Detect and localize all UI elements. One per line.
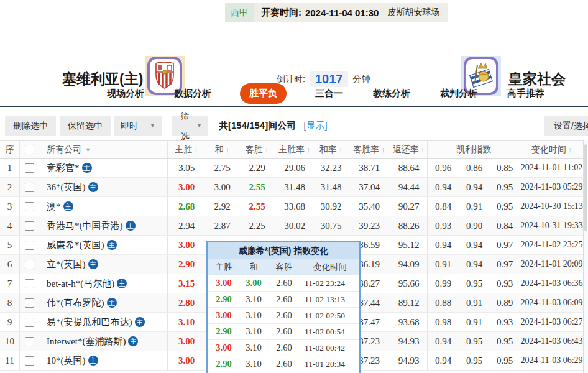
row-checkbox[interactable] (25, 241, 34, 250)
kelly-away: 0.95 (490, 351, 520, 370)
company-cell: 伟*(直布罗陀)主 (39, 293, 168, 312)
popup-away-odds: 2.60 (267, 359, 301, 369)
kelly-away: 0.85 (490, 159, 520, 177)
popup-row: 3.003.102.6011-02 02:50 (208, 307, 359, 323)
table-row: 1竞彩官*主3.052.752.2929.0632.2338.7188.640.… (0, 159, 583, 178)
kelly-away: 0.89 (490, 293, 520, 312)
company-cell: bet-at-h*(马尔他)主 (39, 274, 168, 293)
row-checkbox[interactable] (25, 202, 34, 211)
league-badge: 西甲 (225, 3, 254, 22)
header-away-rate[interactable]: 客胜率↑ (348, 144, 390, 155)
away-rate: 38.71 (348, 163, 390, 173)
header-change-time[interactable]: 变化时间↑ (520, 144, 583, 155)
company-name[interactable]: 威廉希*(英国) (47, 239, 104, 251)
kelly-draw: 0.91 (459, 201, 490, 212)
company-name[interactable]: 澳* (47, 201, 61, 213)
tab-coach-analysis[interactable]: 教练分析 (372, 83, 411, 104)
return-rate: 90.27 (390, 197, 428, 216)
tab-expert-picks[interactable]: 高手推荐 (506, 83, 546, 104)
header-company-label: 所有公司 (47, 144, 81, 155)
header-draw-rate[interactable]: 和率↑ (314, 144, 348, 155)
change-time: 2024-11-01 11:02 (520, 163, 583, 173)
row-checkbox[interactable] (25, 337, 34, 346)
company-name[interactable]: Interwet*(塞浦路斯) (47, 336, 126, 348)
delete-selected-button[interactable]: 删除选中 (5, 116, 56, 136)
tab-data-analysis[interactable]: 数据分析 (173, 83, 213, 104)
row-index: 3 (0, 197, 20, 216)
home-indicator-icon: 主 (82, 163, 92, 173)
filter-dropdown[interactable]: 筛选 ▼ (172, 116, 208, 136)
popup-home-odds: 2.90 (208, 294, 240, 305)
away-rate: 35.40 (348, 201, 390, 212)
company-cell: 澳*主 (39, 197, 168, 216)
select-all-checkbox[interactable] (25, 145, 34, 154)
kelly-home: 0.94 (428, 240, 459, 251)
home-odds: 3.10 (168, 317, 205, 328)
row-checkbox-cell (20, 159, 39, 177)
change-time: 2024-11-03 06:36 (520, 279, 583, 288)
away-rate: 39.23 (348, 221, 390, 231)
company-name[interactable]: 36*(英国) (47, 182, 86, 193)
row-checkbox[interactable] (25, 279, 34, 288)
header-return-rate[interactable]: 返还率↑ (390, 141, 428, 158)
row-checkbox[interactable] (25, 318, 34, 327)
change-time: 2024-11-03 06:27 (520, 317, 583, 327)
return-rate: 94.93 (390, 332, 428, 351)
header-away-odds[interactable]: 客胜↑ (239, 141, 275, 158)
company-name[interactable]: 立*(英国) (47, 259, 86, 270)
home-indicator-icon: 主 (117, 279, 127, 288)
kelly-away: 0.97 (490, 255, 520, 274)
company-name[interactable]: 竞彩官* (47, 162, 80, 174)
company-name[interactable]: bet-at-h*(马尔他) (47, 278, 114, 290)
row-checkbox[interactable] (25, 163, 34, 173)
kelly-away: 0.84 (490, 216, 520, 235)
draw-rate: 31.48 (314, 182, 348, 193)
keep-selected-button[interactable]: 保留选中 (60, 116, 111, 136)
row-checkbox[interactable] (25, 298, 34, 308)
company-name[interactable]: 伟*(直布罗陀) (47, 297, 104, 309)
show-link[interactable]: [显示] (303, 120, 327, 132)
settings-select-button[interactable]: 设置/选择 (544, 116, 588, 136)
kelly-away: 0.93 (490, 313, 520, 331)
row-checkbox-cell (20, 255, 39, 274)
scrollbar-thumb[interactable] (584, 144, 587, 231)
home-indicator-icon: 主 (107, 240, 117, 250)
vertical-scrollbar[interactable] (583, 140, 588, 373)
row-index: 11 (0, 351, 20, 370)
row-checkbox-cell (20, 313, 39, 331)
return-rate: 94.93 (390, 351, 428, 370)
popup-draw-odds: 3.10 (240, 359, 267, 369)
tab-three-in-one[interactable]: 三合一 (314, 83, 344, 104)
row-checkbox[interactable] (25, 221, 34, 231)
popup-away-odds: 2.60 (267, 326, 301, 337)
company-name[interactable]: 香港马*(中国香港) (47, 220, 123, 232)
row-checkbox[interactable] (25, 260, 34, 269)
row-checkbox[interactable] (25, 183, 34, 192)
row-index: 10 (0, 332, 20, 351)
header-company[interactable]: 所有公司 ▼ (39, 141, 168, 158)
header-home-rate[interactable]: 主胜率↑ (275, 144, 314, 155)
odds-time-select[interactable]: 即时 ▼ (114, 116, 162, 136)
analysis-tabbar: 现场分析 数据分析 胜平负 三合一 教练分析 裁判分析 高手推荐 (0, 81, 588, 107)
tab-win-draw-lose[interactable]: 胜平负 (240, 83, 287, 104)
chevron-down-icon: ▼ (150, 116, 155, 136)
tab-live-analysis[interactable]: 现场分析 (106, 83, 145, 104)
header-home-odds[interactable]: 主胜↑ (168, 144, 205, 155)
company-name[interactable]: 易*(安提瓜和巴布达) (47, 316, 132, 328)
match-header: 塞维利亚(主) 倒计时: 1017 分钟 (0, 25, 588, 80)
kelly-home: 0.99 (428, 279, 459, 289)
kelly-draw: 0.95 (459, 356, 490, 366)
row-checkbox[interactable] (25, 356, 34, 366)
draw-odds: 2.75 (205, 163, 239, 173)
away-rate: 37.04 (348, 182, 390, 193)
return-rate: 94.44 (390, 178, 428, 196)
home-indicator-icon: 主 (88, 356, 98, 366)
company-cell: 36*(英国)主 (39, 178, 168, 196)
return-rate: 93.68 (390, 313, 428, 331)
popup-draw-odds: 3.00 (240, 278, 267, 288)
company-name[interactable]: 10*(英国) (47, 355, 86, 367)
header-draw-odds[interactable]: 和↑ (205, 144, 239, 155)
tab-referee-analysis[interactable]: 裁判分析 (439, 83, 479, 104)
row-checkbox-cell (20, 332, 39, 351)
popup-draw-odds: 3.10 (240, 343, 267, 353)
